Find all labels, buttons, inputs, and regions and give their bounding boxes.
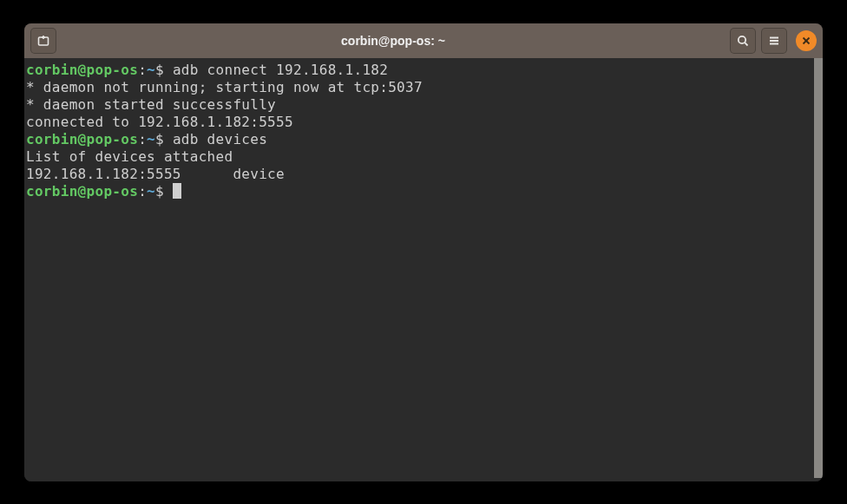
terminal-area[interactable]: corbin@pop-os:~$ adb connect 192.168.1.1… bbox=[24, 58, 823, 481]
prompt-symbol: $ bbox=[155, 62, 164, 78]
command-text bbox=[164, 183, 173, 200]
prompt-path: ~ bbox=[147, 131, 155, 147]
close-button[interactable] bbox=[796, 30, 817, 51]
terminal-line: connected to 192.168.1.182:5555 bbox=[26, 114, 812, 131]
terminal-line: corbin@pop-os:~$ adb connect 192.168.1.1… bbox=[26, 62, 812, 79]
search-icon bbox=[736, 34, 750, 48]
new-tab-button[interactable] bbox=[30, 28, 56, 54]
terminal-line: corbin@pop-os:~$ bbox=[26, 183, 812, 200]
prompt-path: ~ bbox=[147, 183, 155, 200]
close-icon bbox=[802, 36, 811, 45]
prompt-separator: : bbox=[138, 62, 147, 78]
prompt-separator: : bbox=[138, 131, 147, 147]
terminal-line: 192.168.1.182:5555 device bbox=[26, 166, 812, 183]
prompt-symbol: $ bbox=[155, 131, 164, 147]
hamburger-icon bbox=[767, 34, 781, 48]
terminal-line: corbin@pop-os:~$ adb devices bbox=[26, 131, 812, 148]
menu-button[interactable] bbox=[761, 28, 787, 54]
new-tab-icon bbox=[36, 34, 50, 48]
svg-point-3 bbox=[739, 36, 745, 43]
prompt-user: corbin@pop-os bbox=[26, 131, 138, 147]
prompt-symbol: $ bbox=[155, 183, 164, 200]
window-title: corbin@pop-os: ~ bbox=[62, 34, 725, 48]
scrollbar[interactable] bbox=[814, 58, 823, 478]
prompt-path: ~ bbox=[147, 62, 155, 78]
prompt-user: corbin@pop-os bbox=[26, 183, 138, 200]
terminal-line: * daemon not running; starting now at tc… bbox=[26, 79, 812, 96]
terminal-line: List of devices attached bbox=[26, 148, 812, 166]
search-button[interactable] bbox=[730, 28, 756, 54]
prompt-user: corbin@pop-os bbox=[26, 62, 138, 78]
command-text: adb connect 192.168.1.182 bbox=[164, 62, 388, 78]
prompt-separator: : bbox=[138, 183, 147, 200]
terminal-line: * daemon started successfully bbox=[26, 96, 812, 114]
terminal-content[interactable]: corbin@pop-os:~$ adb connect 192.168.1.1… bbox=[24, 58, 814, 481]
svg-line-4 bbox=[745, 43, 747, 45]
terminal-window: corbin@pop-os: ~ corbin@pop-os:~$ adb co… bbox=[24, 23, 823, 481]
cursor bbox=[173, 183, 181, 199]
command-text: adb devices bbox=[164, 131, 267, 147]
titlebar: corbin@pop-os: ~ bbox=[24, 23, 823, 58]
